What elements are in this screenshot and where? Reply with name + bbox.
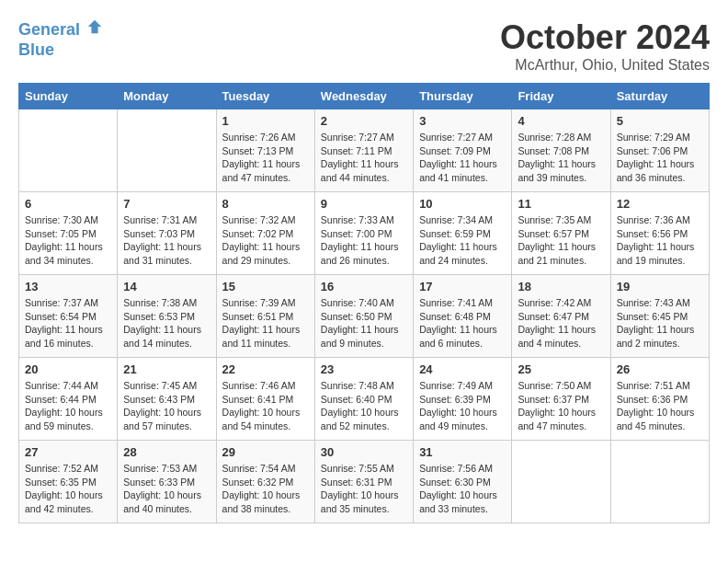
calendar-cell: 8Sunrise: 7:32 AM Sunset: 7:02 PM Daylig…	[216, 192, 314, 275]
calendar-cell	[512, 441, 610, 523]
day-content: Sunrise: 7:45 AM Sunset: 6:43 PM Dayligh…	[123, 379, 210, 433]
calendar-table: SundayMondayTuesdayWednesdayThursdayFrid…	[18, 83, 710, 523]
day-number: 19	[617, 280, 703, 293]
day-number: 11	[518, 197, 604, 211]
day-content: Sunrise: 7:54 AM Sunset: 6:32 PM Dayligh…	[222, 462, 309, 516]
day-content: Sunrise: 7:43 AM Sunset: 6:45 PM Dayligh…	[617, 296, 703, 350]
day-content: Sunrise: 7:27 AM Sunset: 7:11 PM Dayligh…	[321, 131, 407, 185]
header-row: SundayMondayTuesdayWednesdayThursdayFrid…	[19, 84, 710, 109]
day-content: Sunrise: 7:49 AM Sunset: 6:39 PM Dayligh…	[419, 379, 506, 433]
day-content: Sunrise: 7:28 AM Sunset: 7:08 PM Dayligh…	[518, 131, 604, 185]
day-number: 30	[321, 445, 407, 459]
calendar-cell: 25Sunrise: 7:50 AM Sunset: 6:37 PM Dayli…	[512, 358, 610, 441]
day-content: Sunrise: 7:44 AM Sunset: 6:44 PM Dayligh…	[25, 379, 111, 433]
day-content: Sunrise: 7:55 AM Sunset: 6:31 PM Dayligh…	[321, 462, 407, 516]
calendar-cell: 6Sunrise: 7:30 AM Sunset: 7:05 PM Daylig…	[19, 192, 118, 275]
col-header-friday: Friday	[512, 84, 610, 109]
calendar-cell: 24Sunrise: 7:49 AM Sunset: 6:39 PM Dayli…	[414, 358, 512, 441]
calendar-cell: 27Sunrise: 7:52 AM Sunset: 6:35 PM Dayli…	[19, 441, 118, 523]
day-content: Sunrise: 7:42 AM Sunset: 6:47 PM Dayligh…	[518, 296, 604, 350]
day-number: 13	[25, 280, 111, 293]
calendar-cell: 13Sunrise: 7:37 AM Sunset: 6:54 PM Dayli…	[19, 275, 118, 358]
day-content: Sunrise: 7:36 AM Sunset: 6:56 PM Dayligh…	[617, 213, 703, 268]
calendar-cell: 4Sunrise: 7:28 AM Sunset: 7:08 PM Daylig…	[512, 109, 610, 192]
col-header-sunday: Sunday	[19, 84, 118, 109]
day-number: 10	[419, 197, 506, 211]
calendar-cell: 7Sunrise: 7:31 AM Sunset: 7:03 PM Daylig…	[118, 192, 216, 275]
calendar-cell: 22Sunrise: 7:46 AM Sunset: 6:41 PM Dayli…	[216, 358, 314, 441]
calendar-cell: 26Sunrise: 7:51 AM Sunset: 6:36 PM Dayli…	[610, 358, 709, 441]
day-content: Sunrise: 7:46 AM Sunset: 6:41 PM Dayligh…	[222, 379, 309, 433]
day-content: Sunrise: 7:30 AM Sunset: 7:05 PM Dayligh…	[25, 213, 111, 268]
day-content: Sunrise: 7:53 AM Sunset: 6:33 PM Dayligh…	[123, 462, 210, 516]
calendar-cell: 17Sunrise: 7:41 AM Sunset: 6:48 PM Dayli…	[414, 275, 512, 358]
day-number: 22	[222, 362, 309, 376]
day-number: 15	[222, 280, 309, 293]
title-block: October 2024 McArthur, Ohio, United Stat…	[500, 18, 710, 74]
col-header-wednesday: Wednesday	[314, 84, 413, 109]
day-content: Sunrise: 7:35 AM Sunset: 6:57 PM Dayligh…	[518, 213, 604, 268]
day-number: 3	[419, 114, 506, 128]
day-content: Sunrise: 7:26 AM Sunset: 7:13 PM Dayligh…	[222, 131, 309, 185]
calendar-cell: 28Sunrise: 7:53 AM Sunset: 6:33 PM Dayli…	[118, 441, 216, 523]
day-number: 28	[123, 445, 210, 459]
day-number: 14	[123, 280, 210, 293]
day-number: 16	[321, 280, 407, 293]
calendar-cell: 29Sunrise: 7:54 AM Sunset: 6:32 PM Dayli…	[216, 441, 314, 523]
calendar-cell	[610, 441, 709, 523]
day-number: 26	[617, 362, 703, 376]
day-number: 1	[222, 114, 309, 128]
calendar-cell: 10Sunrise: 7:34 AM Sunset: 6:59 PM Dayli…	[414, 192, 512, 275]
day-number: 31	[419, 445, 506, 459]
col-header-saturday: Saturday	[610, 84, 709, 109]
calendar-cell: 3Sunrise: 7:27 AM Sunset: 7:09 PM Daylig…	[414, 109, 512, 192]
calendar-cell	[118, 109, 216, 192]
logo-text: General	[18, 18, 103, 40]
day-number: 5	[617, 114, 703, 128]
calendar-cell: 19Sunrise: 7:43 AM Sunset: 6:45 PM Dayli…	[610, 275, 709, 358]
week-row-2: 6Sunrise: 7:30 AM Sunset: 7:05 PM Daylig…	[19, 192, 710, 275]
day-content: Sunrise: 7:41 AM Sunset: 6:48 PM Dayligh…	[419, 296, 506, 350]
calendar-cell: 9Sunrise: 7:33 AM Sunset: 7:00 PM Daylig…	[314, 192, 413, 275]
calendar-cell: 16Sunrise: 7:40 AM Sunset: 6:50 PM Dayli…	[314, 275, 413, 358]
day-content: Sunrise: 7:48 AM Sunset: 6:40 PM Dayligh…	[321, 379, 407, 433]
calendar-cell: 14Sunrise: 7:38 AM Sunset: 6:53 PM Dayli…	[118, 275, 216, 358]
day-number: 24	[419, 362, 506, 376]
day-content: Sunrise: 7:32 AM Sunset: 7:02 PM Dayligh…	[222, 213, 309, 268]
day-content: Sunrise: 7:33 AM Sunset: 7:00 PM Dayligh…	[321, 213, 407, 268]
day-content: Sunrise: 7:34 AM Sunset: 6:59 PM Dayligh…	[419, 213, 506, 268]
calendar-cell: 21Sunrise: 7:45 AM Sunset: 6:43 PM Dayli…	[118, 358, 216, 441]
day-content: Sunrise: 7:52 AM Sunset: 6:35 PM Dayligh…	[25, 462, 111, 516]
day-number: 2	[321, 114, 407, 128]
month-title: October 2024	[500, 18, 710, 57]
day-number: 12	[617, 197, 703, 211]
calendar-cell: 18Sunrise: 7:42 AM Sunset: 6:47 PM Dayli…	[512, 275, 610, 358]
calendar-cell: 2Sunrise: 7:27 AM Sunset: 7:11 PM Daylig…	[314, 109, 413, 192]
day-content: Sunrise: 7:29 AM Sunset: 7:06 PM Dayligh…	[617, 131, 703, 185]
location: McArthur, Ohio, United States	[500, 57, 710, 74]
day-content: Sunrise: 7:51 AM Sunset: 6:36 PM Dayligh…	[617, 379, 703, 433]
day-content: Sunrise: 7:38 AM Sunset: 6:53 PM Dayligh…	[123, 296, 210, 350]
calendar-cell: 31Sunrise: 7:56 AM Sunset: 6:30 PM Dayli…	[414, 441, 512, 523]
day-content: Sunrise: 7:40 AM Sunset: 6:50 PM Dayligh…	[321, 296, 407, 350]
week-row-5: 27Sunrise: 7:52 AM Sunset: 6:35 PM Dayli…	[19, 441, 710, 523]
logo: General Blue	[18, 18, 103, 60]
day-content: Sunrise: 7:37 AM Sunset: 6:54 PM Dayligh…	[25, 296, 111, 350]
day-number: 18	[518, 280, 604, 293]
day-number: 27	[25, 445, 111, 459]
day-content: Sunrise: 7:39 AM Sunset: 6:51 PM Dayligh…	[222, 296, 309, 350]
day-content: Sunrise: 7:27 AM Sunset: 7:09 PM Dayligh…	[419, 131, 506, 185]
calendar-cell	[19, 109, 118, 192]
calendar-cell: 23Sunrise: 7:48 AM Sunset: 6:40 PM Dayli…	[314, 358, 413, 441]
calendar-cell: 20Sunrise: 7:44 AM Sunset: 6:44 PM Dayli…	[19, 358, 118, 441]
calendar-cell: 11Sunrise: 7:35 AM Sunset: 6:57 PM Dayli…	[512, 192, 610, 275]
col-header-tuesday: Tuesday	[216, 84, 314, 109]
calendar-cell: 12Sunrise: 7:36 AM Sunset: 6:56 PM Dayli…	[610, 192, 709, 275]
day-number: 8	[222, 197, 309, 211]
day-number: 4	[518, 114, 604, 128]
week-row-4: 20Sunrise: 7:44 AM Sunset: 6:44 PM Dayli…	[19, 358, 710, 441]
day-number: 7	[123, 197, 210, 211]
day-number: 9	[321, 197, 407, 211]
week-row-3: 13Sunrise: 7:37 AM Sunset: 6:54 PM Dayli…	[19, 275, 710, 358]
day-number: 25	[518, 362, 604, 376]
